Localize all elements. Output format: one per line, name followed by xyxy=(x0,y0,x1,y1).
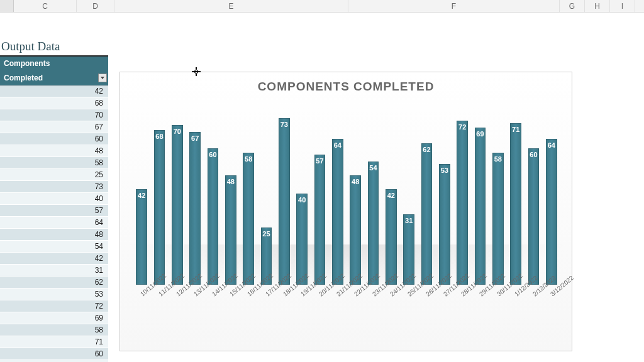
chart-bar-label: 25 xyxy=(262,230,270,238)
chart-title: COMPONENTS COMPLETED xyxy=(126,80,565,94)
chart-bar-label: 48 xyxy=(227,178,235,185)
table-row[interactable]: 48 xyxy=(0,145,108,157)
chart-bar-label: 53 xyxy=(441,167,448,174)
output-data-table: Output Data Components Completed 4268706… xyxy=(0,38,108,362)
chart-bar[interactable]: 72 xyxy=(457,121,468,285)
chart-bar-label: 68 xyxy=(155,133,163,140)
chart-bar[interactable]: 42 xyxy=(386,189,397,285)
chart-bar[interactable]: 68 xyxy=(154,130,165,285)
chart-bar-label: 69 xyxy=(476,130,484,138)
chart-bar-label: 42 xyxy=(138,192,145,199)
chart-bar-label: 42 xyxy=(387,192,395,199)
chart-bar[interactable]: 62 xyxy=(421,143,433,285)
table-row[interactable]: 58 xyxy=(0,324,108,336)
chart-bar[interactable]: 53 xyxy=(439,164,450,285)
chart-bar-label: 40 xyxy=(298,196,306,204)
row-header-gutter xyxy=(0,0,14,12)
col-header-D[interactable]: D xyxy=(77,0,114,12)
col-header-H[interactable]: H xyxy=(585,0,610,12)
table-row[interactable]: 71 xyxy=(0,336,108,348)
chart-bar-label: 72 xyxy=(458,123,466,131)
table-row[interactable]: 67 xyxy=(0,121,108,133)
table-row[interactable]: 25 xyxy=(0,169,108,181)
table-row[interactable]: 73 xyxy=(0,181,108,193)
table-row[interactable]: 68 xyxy=(0,97,108,109)
table-row[interactable]: 69 xyxy=(0,312,108,324)
chart-x-axis: 10/11/202211/11/202212/11/202213/11/2022… xyxy=(126,288,567,339)
chart-bar-label: 70 xyxy=(174,128,181,135)
table-body: 4268706760485825734057644854423162537269… xyxy=(0,85,108,362)
table-row[interactable]: 54 xyxy=(0,241,108,253)
col-header-F[interactable]: F xyxy=(348,0,560,12)
chart-bar[interactable]: 60 xyxy=(208,148,219,285)
chart-bar[interactable]: 48 xyxy=(225,175,236,285)
chart-bar[interactable]: 67 xyxy=(189,132,201,285)
chart-bar[interactable]: 60 xyxy=(528,148,540,285)
chart-bar-label: 60 xyxy=(530,151,537,158)
components-completed-chart[interactable]: COMPONENTS COMPLETED 4268706760485825734… xyxy=(119,72,572,351)
chart-bar[interactable]: 70 xyxy=(172,125,183,285)
chart-bar-label: 58 xyxy=(494,155,502,163)
table-header-text: Completed xyxy=(4,74,43,82)
col-header-I[interactable]: I xyxy=(610,0,635,12)
chart-bar[interactable]: 54 xyxy=(368,162,379,285)
chart-bar[interactable]: 42 xyxy=(136,189,147,285)
chart-bar-label: 54 xyxy=(369,164,377,172)
table-row[interactable]: 70 xyxy=(0,109,108,121)
chart-bar[interactable]: 58 xyxy=(492,153,504,285)
table-row[interactable]: 72 xyxy=(0,300,108,312)
output-data-title: Output Data xyxy=(0,38,108,57)
table-row[interactable]: 64 xyxy=(0,217,108,229)
chart-bar[interactable]: 40 xyxy=(296,194,308,285)
chart-bar[interactable]: 57 xyxy=(314,155,326,285)
table-row[interactable]: 58 xyxy=(0,157,108,169)
col-header-C[interactable]: C xyxy=(14,0,77,12)
chart-bar[interactable]: 73 xyxy=(279,118,290,285)
chart-bar-label: 71 xyxy=(512,126,519,133)
chart-bar-label: 58 xyxy=(245,155,252,163)
chart-plot-area: 4268706760485825734057644854423162537269… xyxy=(126,96,567,285)
table-row[interactable]: 53 xyxy=(0,288,108,300)
chart-bar[interactable]: 64 xyxy=(332,139,343,285)
chart-bar-label: 60 xyxy=(209,151,216,158)
col-header-E[interactable]: E xyxy=(114,0,348,12)
table-row[interactable]: 48 xyxy=(0,229,108,241)
table-row[interactable]: 57 xyxy=(0,205,108,217)
table-header-line1: Components xyxy=(0,57,108,71)
chart-bar[interactable]: 48 xyxy=(350,175,361,285)
table-row[interactable]: 60 xyxy=(0,348,108,360)
col-header-G[interactable]: G xyxy=(560,0,585,12)
chart-bar-label: 73 xyxy=(280,121,288,128)
chart-bar[interactable]: 64 xyxy=(546,139,557,285)
chart-bar[interactable]: 71 xyxy=(510,123,521,285)
chart-bar[interactable]: 69 xyxy=(475,128,486,285)
chart-bar-label: 64 xyxy=(548,141,555,149)
chart-bar-label: 57 xyxy=(316,157,323,165)
table-row[interactable]: 31 xyxy=(0,265,108,277)
table-row[interactable]: 40 xyxy=(0,193,108,205)
chart-bar-label: 67 xyxy=(191,134,199,142)
table-row[interactable]: 42 xyxy=(0,253,108,265)
table-row[interactable]: 42 xyxy=(0,85,108,97)
table-row[interactable]: 62 xyxy=(0,277,108,288)
chart-bar-label: 31 xyxy=(405,217,413,224)
column-header-row: C D E F G H I xyxy=(0,0,644,13)
table-header-line2: Completed xyxy=(0,71,108,85)
chart-bar-label: 64 xyxy=(334,141,341,149)
filter-dropdown-button[interactable] xyxy=(98,74,107,82)
worksheet-area[interactable]: Output Data Components Completed 4268706… xyxy=(0,13,644,362)
table-row[interactable]: 60 xyxy=(0,133,108,145)
chart-bar[interactable]: 58 xyxy=(243,153,254,285)
chart-bar-label: 62 xyxy=(423,146,430,153)
chart-bar-label: 48 xyxy=(352,178,359,185)
